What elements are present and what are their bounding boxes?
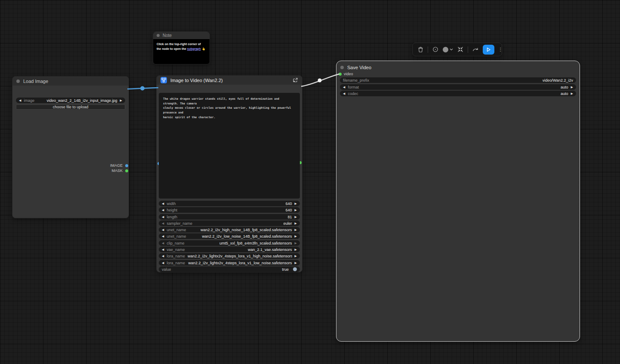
- link-midpoint-dot[interactable]: [140, 86, 145, 91]
- chevron-down-icon: [450, 48, 453, 51]
- widget-height[interactable]: ◀ height 640 ▶: [159, 207, 300, 213]
- widget-label: lora_name: [167, 254, 185, 258]
- increment-arrow-icon[interactable]: ▶: [295, 228, 297, 231]
- widget-vae-name[interactable]: ◀ vae_name wan_2.1_vae.safetensors ▶: [159, 247, 300, 252]
- widget-value-toggle[interactable]: value true: [159, 266, 300, 272]
- toggle-icon[interactable]: [293, 267, 297, 271]
- widget-label: image: [24, 98, 34, 103]
- decrement-arrow-icon[interactable]: ◀: [162, 235, 164, 238]
- output-dot-image[interactable]: [125, 164, 128, 167]
- widget-label: unet_name: [167, 228, 186, 232]
- widget-clip-name[interactable]: ◀ clip_name umt5_xxl_fp8_e4m3fn_scaled.s…: [159, 240, 300, 246]
- node-image-to-video[interactable]: Image to Video (Wan2.2) start_image VIDE…: [156, 75, 302, 272]
- increment-arrow-icon[interactable]: ▶: [571, 86, 573, 89]
- increment-arrow-icon[interactable]: ▶: [295, 261, 297, 264]
- decrement-arrow-icon[interactable]: ◀: [162, 228, 164, 231]
- decrement-arrow-icon[interactable]: ◀: [162, 208, 164, 211]
- decrement-arrow-icon[interactable]: ◀: [162, 202, 164, 205]
- increment-arrow-icon[interactable]: ▶: [295, 222, 297, 225]
- increment-arrow-icon[interactable]: ▶: [295, 242, 297, 245]
- node-note[interactable]: Note Click on the top-right corner of th…: [153, 31, 210, 64]
- node-save-video-titlebar[interactable]: Save Video: [336, 61, 580, 71]
- collapse-button[interactable]: [457, 46, 464, 53]
- decrement-arrow-icon[interactable]: ◀: [343, 86, 345, 89]
- widget-lora-name-low[interactable]: ◀ lora_name wan2.2_i2v_lightx2v_4steps_l…: [159, 260, 300, 266]
- widget-label: vae_name: [167, 248, 185, 252]
- increment-arrow-icon[interactable]: ▶: [120, 99, 122, 102]
- node-note-titlebar[interactable]: Note: [153, 32, 210, 39]
- widget-label: format: [348, 85, 359, 89]
- widget-value: auto: [561, 85, 568, 89]
- decrement-arrow-icon[interactable]: ◀: [162, 254, 164, 257]
- decrement-arrow-icon[interactable]: ◀: [162, 248, 164, 251]
- widget-unet-name-high[interactable]: ◀ unet_name wan2.2_i2v_high_noise_14B_fp…: [159, 227, 300, 232]
- decrement-arrow-icon[interactable]: ◀: [162, 242, 164, 245]
- delete-button[interactable]: [417, 46, 424, 53]
- toolbar-divider: [428, 46, 428, 53]
- selection-toolbar: ⋮: [412, 43, 502, 56]
- node-collapse-dot[interactable]: [157, 34, 160, 37]
- widget-filename-prefix[interactable]: filename_prefix video/Wan2.2_i2v: [340, 77, 576, 83]
- widget-lora-name-high[interactable]: ◀ lora_name wan2.2_i2v_lightx2v_4steps_l…: [159, 253, 300, 259]
- node-collapse-dot[interactable]: [16, 80, 20, 83]
- widget-unet-name-low[interactable]: ◀ unet_name wan2.2_i2v_low_noise_14B_fp8…: [159, 233, 300, 239]
- refresh-button[interactable]: [472, 46, 479, 53]
- widget-sampler-name[interactable]: ◀ sampler_name euler ▶: [159, 220, 300, 226]
- more-options-button[interactable]: ⋮: [498, 46, 503, 53]
- output-label-image: IMAGE: [110, 163, 123, 168]
- prompt-textarea[interactable]: The white dragon warrior stands still, e…: [159, 93, 300, 199]
- node-color-picker[interactable]: [443, 47, 453, 52]
- widget-value: 640: [286, 202, 292, 206]
- node-load-image[interactable]: Load Image IMAGE MASK ◀ image video_wan2…: [12, 76, 129, 218]
- widget-value: wan_2.1_vae.safetensors: [248, 248, 292, 252]
- increment-arrow-icon[interactable]: ▶: [295, 254, 297, 257]
- widget-value: wan2.2_i2v_lightx2v_4steps_lora_v1_low_n…: [188, 261, 292, 265]
- decrement-arrow-icon[interactable]: ◀: [343, 92, 345, 95]
- increment-arrow-icon[interactable]: ▶: [295, 215, 297, 218]
- increment-arrow-icon[interactable]: ▶: [295, 202, 297, 205]
- output-dot-mask[interactable]: [125, 169, 128, 172]
- node-collapse-dot[interactable]: [340, 66, 344, 69]
- toolbar-divider: [468, 46, 468, 53]
- increment-arrow-icon[interactable]: ▶: [295, 235, 297, 238]
- choose-file-button[interactable]: choose file to upload: [16, 104, 125, 110]
- bypass-button[interactable]: [432, 46, 439, 53]
- widget-label: filename_prefix: [343, 78, 369, 83]
- link-midpoint-dot[interactable]: [318, 79, 322, 83]
- decrement-arrow-icon[interactable]: ◀: [162, 222, 164, 225]
- kebab-icon: ⋮: [498, 47, 503, 52]
- node-save-video[interactable]: Save Video video filename_prefix video/W…: [336, 61, 580, 342]
- widget-value: video_wan2_2_14B_i2v_input_image.jpg: [46, 98, 117, 103]
- node-image-to-video-titlebar[interactable]: Image to Video (Wan2.2): [157, 76, 302, 85]
- widget-label: width: [167, 202, 176, 206]
- node-load-image-titlebar[interactable]: Load Image: [12, 76, 129, 86]
- input-label-video: video: [344, 72, 353, 76]
- run-button[interactable]: [483, 45, 494, 55]
- output-label-mask: MASK: [111, 168, 123, 173]
- widget-value: 81: [288, 215, 292, 219]
- node-title: Load Image: [23, 79, 48, 84]
- widget-label: lora_name: [167, 261, 185, 265]
- node-canvas[interactable]: Load Image IMAGE MASK ◀ image video_wan2…: [0, 0, 620, 364]
- node-title: Save Video: [347, 65, 371, 70]
- decrement-arrow-icon[interactable]: ◀: [162, 261, 164, 264]
- increment-arrow-icon[interactable]: ▶: [295, 248, 297, 251]
- widget-label: value: [162, 267, 171, 272]
- widget-label: codec: [348, 92, 358, 96]
- widget-width[interactable]: ◀ width 640 ▶: [159, 201, 300, 206]
- increment-arrow-icon[interactable]: ▶: [295, 208, 297, 211]
- widget-codec[interactable]: ◀ codec auto ▶: [340, 91, 576, 96]
- widget-value: video/Wan2.2_i2v: [543, 78, 573, 83]
- open-subgraph-icon[interactable]: [292, 77, 298, 83]
- widget-length[interactable]: ◀ length 81 ▶: [159, 214, 300, 220]
- decrement-arrow-icon[interactable]: ◀: [19, 99, 21, 102]
- input-dot-video[interactable]: [339, 73, 342, 76]
- widget-value: true: [282, 267, 289, 272]
- widget-image-combo[interactable]: ◀ image video_wan2_2_14B_i2v_input_image…: [16, 98, 125, 103]
- increment-arrow-icon[interactable]: ▶: [571, 92, 573, 95]
- decrement-arrow-icon[interactable]: ◀: [162, 215, 164, 218]
- widget-format[interactable]: ◀ format auto ▶: [340, 84, 576, 90]
- widget-value: euler: [284, 221, 292, 226]
- widget-value: wan2.2_i2v_high_noise_14B_fp8_scaled.saf…: [200, 228, 292, 232]
- subgraph-link[interactable]: subgraph: [187, 47, 201, 50]
